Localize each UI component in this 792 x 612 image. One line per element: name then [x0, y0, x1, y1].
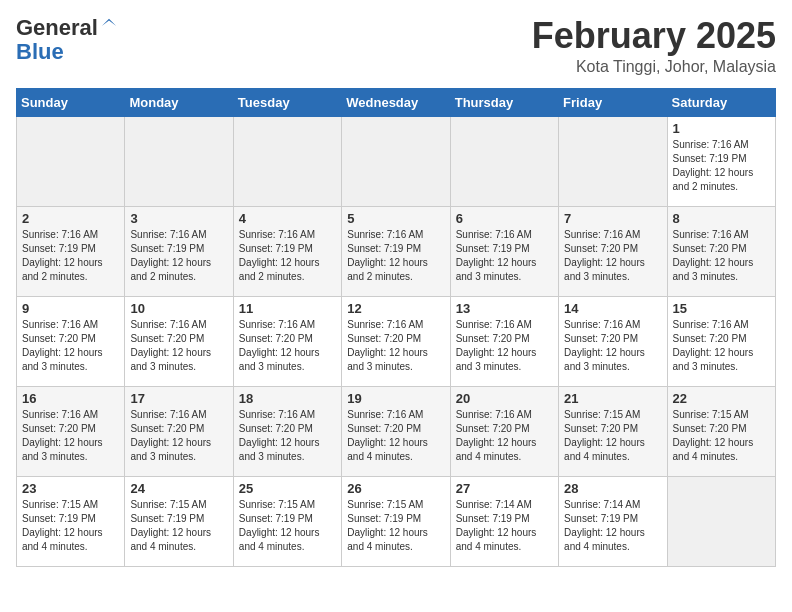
day-number: 28 — [564, 481, 661, 496]
logo: General Blue — [16, 16, 118, 64]
weekday-header-monday: Monday — [125, 88, 233, 116]
day-info: Sunrise: 7:16 AM Sunset: 7:19 PM Dayligh… — [130, 228, 227, 284]
calendar-week-2: 9Sunrise: 7:16 AM Sunset: 7:20 PM Daylig… — [17, 296, 776, 386]
calendar-cell: 15Sunrise: 7:16 AM Sunset: 7:20 PM Dayli… — [667, 296, 775, 386]
day-number: 8 — [673, 211, 770, 226]
day-number: 24 — [130, 481, 227, 496]
day-number: 18 — [239, 391, 336, 406]
day-number: 19 — [347, 391, 444, 406]
page-header: General Blue February 2025 Kota Tinggi, … — [16, 16, 776, 76]
day-info: Sunrise: 7:15 AM Sunset: 7:19 PM Dayligh… — [347, 498, 444, 554]
calendar-cell: 12Sunrise: 7:16 AM Sunset: 7:20 PM Dayli… — [342, 296, 450, 386]
day-info: Sunrise: 7:15 AM Sunset: 7:19 PM Dayligh… — [239, 498, 336, 554]
day-number: 22 — [673, 391, 770, 406]
title-block: February 2025 Kota Tinggi, Johor, Malays… — [532, 16, 776, 76]
day-number: 2 — [22, 211, 119, 226]
day-number: 3 — [130, 211, 227, 226]
weekday-header-tuesday: Tuesday — [233, 88, 341, 116]
day-number: 5 — [347, 211, 444, 226]
day-info: Sunrise: 7:16 AM Sunset: 7:19 PM Dayligh… — [22, 228, 119, 284]
day-number: 16 — [22, 391, 119, 406]
calendar-cell: 22Sunrise: 7:15 AM Sunset: 7:20 PM Dayli… — [667, 386, 775, 476]
day-info: Sunrise: 7:15 AM Sunset: 7:20 PM Dayligh… — [673, 408, 770, 464]
weekday-header-thursday: Thursday — [450, 88, 558, 116]
calendar-table: SundayMondayTuesdayWednesdayThursdayFrid… — [16, 88, 776, 567]
calendar-cell: 27Sunrise: 7:14 AM Sunset: 7:19 PM Dayli… — [450, 476, 558, 566]
day-number: 4 — [239, 211, 336, 226]
calendar-cell — [667, 476, 775, 566]
day-info: Sunrise: 7:16 AM Sunset: 7:20 PM Dayligh… — [22, 318, 119, 374]
calendar-cell: 3Sunrise: 7:16 AM Sunset: 7:19 PM Daylig… — [125, 206, 233, 296]
calendar-week-0: 1Sunrise: 7:16 AM Sunset: 7:19 PM Daylig… — [17, 116, 776, 206]
day-number: 27 — [456, 481, 553, 496]
calendar-week-3: 16Sunrise: 7:16 AM Sunset: 7:20 PM Dayli… — [17, 386, 776, 476]
day-number: 26 — [347, 481, 444, 496]
calendar-cell — [342, 116, 450, 206]
calendar-cell — [450, 116, 558, 206]
svg-marker-0 — [102, 19, 116, 26]
day-number: 21 — [564, 391, 661, 406]
calendar-cell: 17Sunrise: 7:16 AM Sunset: 7:20 PM Dayli… — [125, 386, 233, 476]
weekday-header-wednesday: Wednesday — [342, 88, 450, 116]
day-number: 1 — [673, 121, 770, 136]
day-number: 14 — [564, 301, 661, 316]
calendar-cell: 26Sunrise: 7:15 AM Sunset: 7:19 PM Dayli… — [342, 476, 450, 566]
day-info: Sunrise: 7:16 AM Sunset: 7:20 PM Dayligh… — [564, 318, 661, 374]
calendar-week-4: 23Sunrise: 7:15 AM Sunset: 7:19 PM Dayli… — [17, 476, 776, 566]
day-info: Sunrise: 7:15 AM Sunset: 7:19 PM Dayligh… — [130, 498, 227, 554]
calendar-cell: 21Sunrise: 7:15 AM Sunset: 7:20 PM Dayli… — [559, 386, 667, 476]
calendar-cell: 19Sunrise: 7:16 AM Sunset: 7:20 PM Dayli… — [342, 386, 450, 476]
day-info: Sunrise: 7:16 AM Sunset: 7:19 PM Dayligh… — [239, 228, 336, 284]
day-info: Sunrise: 7:16 AM Sunset: 7:20 PM Dayligh… — [456, 318, 553, 374]
calendar-cell: 6Sunrise: 7:16 AM Sunset: 7:19 PM Daylig… — [450, 206, 558, 296]
day-info: Sunrise: 7:16 AM Sunset: 7:20 PM Dayligh… — [347, 318, 444, 374]
calendar-header: SundayMondayTuesdayWednesdayThursdayFrid… — [17, 88, 776, 116]
calendar-cell: 20Sunrise: 7:16 AM Sunset: 7:20 PM Dayli… — [450, 386, 558, 476]
calendar-cell — [559, 116, 667, 206]
logo-icon — [100, 17, 118, 35]
weekday-header-friday: Friday — [559, 88, 667, 116]
weekday-header-sunday: Sunday — [17, 88, 125, 116]
day-number: 17 — [130, 391, 227, 406]
day-number: 15 — [673, 301, 770, 316]
day-info: Sunrise: 7:16 AM Sunset: 7:19 PM Dayligh… — [673, 138, 770, 194]
calendar-cell: 4Sunrise: 7:16 AM Sunset: 7:19 PM Daylig… — [233, 206, 341, 296]
location-text: Kota Tinggi, Johor, Malaysia — [532, 58, 776, 76]
day-info: Sunrise: 7:16 AM Sunset: 7:20 PM Dayligh… — [239, 408, 336, 464]
calendar-cell: 14Sunrise: 7:16 AM Sunset: 7:20 PM Dayli… — [559, 296, 667, 386]
day-info: Sunrise: 7:15 AM Sunset: 7:19 PM Dayligh… — [22, 498, 119, 554]
calendar-cell: 1Sunrise: 7:16 AM Sunset: 7:19 PM Daylig… — [667, 116, 775, 206]
logo-blue-text: Blue — [16, 39, 64, 64]
day-number: 20 — [456, 391, 553, 406]
calendar-cell: 28Sunrise: 7:14 AM Sunset: 7:19 PM Dayli… — [559, 476, 667, 566]
day-info: Sunrise: 7:16 AM Sunset: 7:20 PM Dayligh… — [130, 408, 227, 464]
day-info: Sunrise: 7:16 AM Sunset: 7:20 PM Dayligh… — [673, 318, 770, 374]
day-info: Sunrise: 7:16 AM Sunset: 7:20 PM Dayligh… — [130, 318, 227, 374]
day-number: 9 — [22, 301, 119, 316]
calendar-cell — [125, 116, 233, 206]
calendar-cell: 8Sunrise: 7:16 AM Sunset: 7:20 PM Daylig… — [667, 206, 775, 296]
day-info: Sunrise: 7:14 AM Sunset: 7:19 PM Dayligh… — [456, 498, 553, 554]
calendar-cell — [233, 116, 341, 206]
logo-general-text: General — [16, 15, 98, 40]
day-info: Sunrise: 7:14 AM Sunset: 7:19 PM Dayligh… — [564, 498, 661, 554]
calendar-cell: 16Sunrise: 7:16 AM Sunset: 7:20 PM Dayli… — [17, 386, 125, 476]
weekday-header-row: SundayMondayTuesdayWednesdayThursdayFrid… — [17, 88, 776, 116]
day-number: 12 — [347, 301, 444, 316]
day-number: 10 — [130, 301, 227, 316]
day-info: Sunrise: 7:16 AM Sunset: 7:20 PM Dayligh… — [456, 408, 553, 464]
calendar-cell: 25Sunrise: 7:15 AM Sunset: 7:19 PM Dayli… — [233, 476, 341, 566]
calendar-cell: 24Sunrise: 7:15 AM Sunset: 7:19 PM Dayli… — [125, 476, 233, 566]
day-info: Sunrise: 7:16 AM Sunset: 7:20 PM Dayligh… — [347, 408, 444, 464]
day-info: Sunrise: 7:15 AM Sunset: 7:20 PM Dayligh… — [564, 408, 661, 464]
calendar-cell: 9Sunrise: 7:16 AM Sunset: 7:20 PM Daylig… — [17, 296, 125, 386]
day-info: Sunrise: 7:16 AM Sunset: 7:20 PM Dayligh… — [22, 408, 119, 464]
calendar-cell: 11Sunrise: 7:16 AM Sunset: 7:20 PM Dayli… — [233, 296, 341, 386]
day-info: Sunrise: 7:16 AM Sunset: 7:19 PM Dayligh… — [456, 228, 553, 284]
day-number: 23 — [22, 481, 119, 496]
day-info: Sunrise: 7:16 AM Sunset: 7:20 PM Dayligh… — [673, 228, 770, 284]
calendar-cell: 7Sunrise: 7:16 AM Sunset: 7:20 PM Daylig… — [559, 206, 667, 296]
calendar-cell: 23Sunrise: 7:15 AM Sunset: 7:19 PM Dayli… — [17, 476, 125, 566]
day-number: 25 — [239, 481, 336, 496]
calendar-body: 1Sunrise: 7:16 AM Sunset: 7:19 PM Daylig… — [17, 116, 776, 566]
